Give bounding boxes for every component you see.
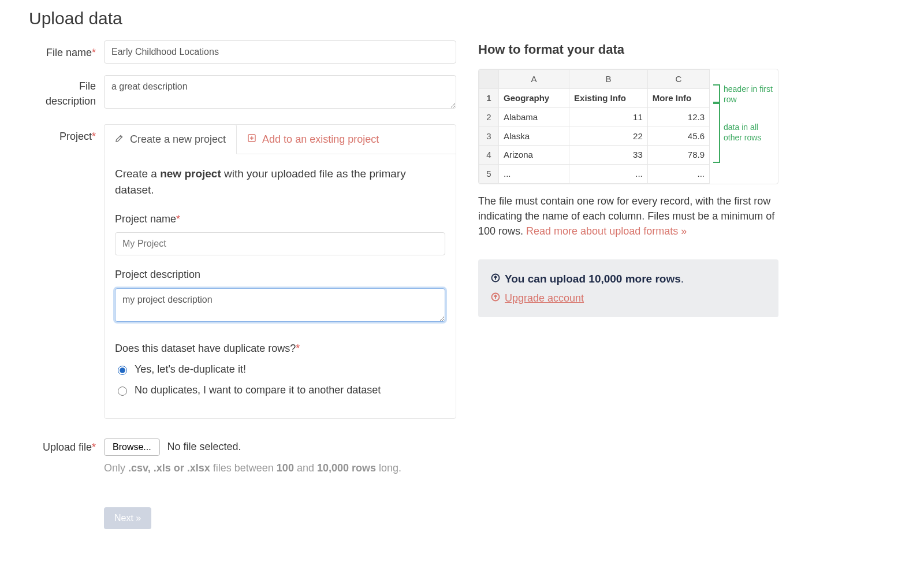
example-sheet: A B C 1 Geography Existing Info More Inf… (478, 69, 778, 184)
dup-yes-label: Yes, let's de-duplicate it! (135, 362, 246, 377)
duplicates-label: Does this dataset have duplicate rows?* (115, 341, 445, 356)
dup-no-option[interactable]: No duplicates, I want to compare it to a… (115, 382, 445, 397)
table-row: A B C (479, 70, 710, 89)
example-table: A B C 1 Geography Existing Info More Inf… (479, 69, 710, 184)
table-row: 5 ... ... ... (479, 165, 710, 184)
tab-create-project[interactable]: Create a new project (104, 124, 237, 154)
next-button[interactable]: Next » (104, 507, 151, 529)
quota-line: You can upload 10,000 more rows. (491, 271, 766, 287)
browse-button[interactable]: Browse... (104, 438, 160, 456)
file-name-label: File name* (29, 40, 104, 60)
project-tab-body: Create a new project with your uploaded … (105, 154, 456, 418)
upload-file-label: Upload file* (29, 438, 104, 455)
upgrade-account-link[interactable]: Upgrade account (491, 291, 766, 306)
file-description-input[interactable]: a great description (104, 75, 456, 109)
plus-square-icon (247, 132, 256, 147)
upgrade-icon (491, 291, 500, 306)
no-file-selected: No file selected. (167, 441, 241, 452)
sheet-corner (479, 70, 499, 89)
dup-yes-radio[interactable] (118, 366, 127, 375)
edit-icon (115, 132, 124, 147)
sheet-annotations: header in first row data in all other ro… (710, 69, 778, 184)
dup-no-radio[interactable] (118, 387, 127, 396)
project-description-input[interactable]: my project description (115, 288, 445, 322)
file-description-label: File description (29, 75, 104, 109)
col-b: B (569, 70, 648, 89)
annot-header: header in first row (724, 84, 778, 105)
file-name-input[interactable] (104, 40, 456, 64)
table-row: 1 Geography Existing Info More Info (479, 89, 710, 108)
dup-no-label: No duplicates, I want to compare it to a… (135, 382, 381, 397)
tab-add-existing[interactable]: Add to an existing project (237, 125, 390, 154)
tab-add-label: Add to an existing project (262, 132, 379, 147)
project-label: Project* (29, 124, 104, 144)
annot-data: data in all other rows (724, 122, 778, 143)
project-tabs: Create a new project Add to an existing (105, 125, 456, 154)
upload-form: File name* File description a great desc… (29, 40, 456, 541)
howto-panel: How to format your data A B C 1 Geograph… (478, 40, 778, 541)
read-more-link[interactable]: Read more about upload formats » (526, 225, 687, 237)
quota-well: You can upload 10,000 more rows. Upgrade… (478, 259, 778, 317)
howto-desc: The file must contain one row for every … (478, 194, 778, 239)
project-description-label: Project description (115, 267, 445, 282)
table-row: 4 Arizona 33 78.9 (479, 146, 710, 165)
table-row: 2 Alabama 11 12.3 (479, 107, 710, 127)
project-tab-card: Create a new project Add to an existing (104, 124, 456, 419)
upload-hint: Only .csv, .xls or .xlsx files between 1… (104, 460, 456, 475)
col-c: C (647, 70, 709, 89)
howto-title: How to format your data (478, 40, 778, 59)
page-title: Upload data (29, 6, 907, 31)
project-name-input[interactable] (115, 232, 445, 255)
project-name-label: Project name* (115, 211, 445, 226)
table-row: 3 Alaska 22 45.6 (479, 127, 710, 146)
upload-icon (491, 271, 500, 287)
project-intro: Create a new project with your uploaded … (115, 166, 445, 198)
col-a: A (499, 70, 569, 89)
tab-create-label: Create a new project (130, 132, 226, 147)
dup-yes-option[interactable]: Yes, let's de-duplicate it! (115, 362, 445, 377)
